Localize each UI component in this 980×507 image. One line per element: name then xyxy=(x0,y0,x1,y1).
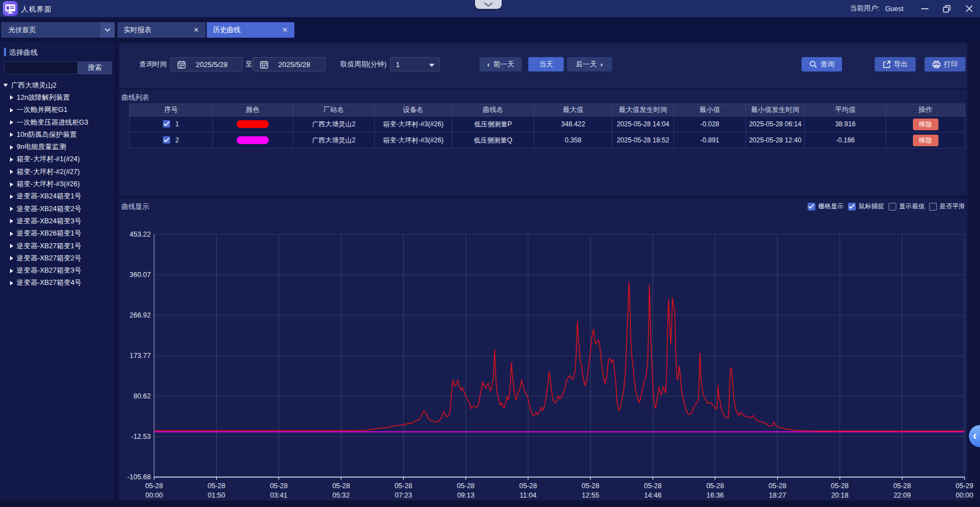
tab-dropdown-button[interactable] xyxy=(100,22,115,38)
tree-item[interactable]: 12n故障解列装置 xyxy=(0,91,116,104)
tree-item-label: 逆变器-XB24箱变2号 xyxy=(17,204,81,214)
tree-item[interactable]: 9n电能质量监测 xyxy=(0,141,116,153)
tab-label: 光伏首页 xyxy=(1,25,36,35)
x-tick-label-time: 09:13 xyxy=(457,491,474,499)
tree-collapsed-arrow-icon[interactable] xyxy=(10,244,13,248)
curve-color-swatch xyxy=(237,136,269,144)
tree-collapsed-arrow-icon[interactable] xyxy=(10,256,13,260)
query-button[interactable]: 查询 xyxy=(802,57,842,71)
print-button[interactable]: 打印 xyxy=(925,57,966,71)
curve-row: 2广西大塘灵山2箱变-大坪村-#3(#26)低压侧测量Q0.3582025-05… xyxy=(130,132,965,148)
tree-item-label: 逆变器-XB26箱变1号 xyxy=(17,229,81,238)
tab-close-icon[interactable]: ✕ xyxy=(280,22,290,38)
tree-item[interactable]: 一次舱并网柜G1 xyxy=(0,104,116,116)
tree-collapsed-arrow-icon[interactable] xyxy=(10,170,13,174)
date-from-input[interactable]: 2025/5/28 xyxy=(170,57,243,71)
current-user-value: Guest xyxy=(885,5,904,13)
row-checkbox[interactable] xyxy=(163,120,170,127)
search-button[interactable]: 搜索 xyxy=(78,62,112,74)
x-tick-label-date: 05-28 xyxy=(519,482,537,490)
tree-item[interactable]: 逆变器-XB24箱变1号 xyxy=(0,191,116,203)
column-header: 最小值发生时间 xyxy=(746,104,805,116)
tree-collapsed-arrow-icon[interactable] xyxy=(10,219,13,223)
tree-item[interactable]: 逆变器-XB24箱变3号 xyxy=(0,215,116,227)
cell-avg: -0.166 xyxy=(805,132,886,148)
remove-button[interactable]: 移除 xyxy=(913,119,938,130)
tree-collapsed-arrow-icon[interactable] xyxy=(10,182,13,187)
tree-collapsed-arrow-icon[interactable] xyxy=(10,120,13,125)
tree-collapsed-arrow-icon[interactable] xyxy=(10,232,13,236)
tree-item[interactable]: 逆变器-XB27箱变2号 xyxy=(0,252,116,264)
x-tick-label-date: 05-28 xyxy=(706,482,724,490)
tree-item[interactable]: 一次舱变压器进线柜G3 xyxy=(0,116,116,129)
tree-item[interactable]: 逆变器-XB26箱变1号 xyxy=(0,228,116,240)
cell-max-time: 2025-05-28 18:52 xyxy=(612,132,674,148)
x-tick-label-date: 05-28 xyxy=(769,482,787,490)
tree-collapsed-arrow-icon[interactable] xyxy=(10,281,13,285)
tree-item[interactable]: 广西大塘灵山2 xyxy=(0,79,116,91)
tree-item-label: 一次舱变压器进线柜G3 xyxy=(17,118,88,127)
tab-close-icon[interactable]: ✕ xyxy=(191,22,201,38)
tree-item-label: 箱变-大坪村-#3(#26) xyxy=(17,180,80,189)
tree-item-label: 9n电能质量监测 xyxy=(17,142,66,152)
section-accent-bar xyxy=(4,48,6,56)
tree-item-label: 逆变器-XB24箱变1号 xyxy=(17,192,81,201)
sidebar: 选择曲线 搜索 广西大塘灵山212n故障解列装置一次舱并网柜G1一次舱变压器进线… xyxy=(0,42,116,500)
x-tick-label-time: 01:50 xyxy=(208,491,225,499)
tree-collapsed-arrow-icon[interactable] xyxy=(10,207,13,211)
prev-day-button[interactable]: ‹前一天 xyxy=(479,57,522,71)
export-label: 导出 xyxy=(894,60,908,69)
chevron-left-icon: ‹ xyxy=(973,429,977,443)
tree-collapsed-arrow-icon[interactable] xyxy=(10,194,13,199)
tree-item[interactable]: 箱变-大坪村-#3(#26) xyxy=(0,178,116,190)
tree-item[interactable]: 逆变器-XB27箱变3号 xyxy=(0,264,116,276)
row-checkbox[interactable] xyxy=(163,136,170,144)
search-row: 搜索 xyxy=(4,62,112,74)
x-tick-label-date: 05-28 xyxy=(581,482,599,490)
search-input[interactable] xyxy=(4,62,78,74)
tree-item[interactable]: 箱变-大坪村-#1(#24) xyxy=(0,153,116,166)
tree-item[interactable]: 逆变器-XB27箱变4号 xyxy=(0,277,116,289)
tab-history-curve[interactable]: 历史曲线 ✕ xyxy=(207,22,294,38)
tree-expanded-arrow-icon[interactable] xyxy=(3,84,8,87)
tree-collapsed-arrow-icon[interactable] xyxy=(10,269,13,273)
x-tick-label-date: 05-28 xyxy=(831,482,849,490)
column-header: 序号 xyxy=(130,104,213,116)
y-tick-label: -105.68 xyxy=(127,473,151,481)
tree-collapsed-arrow-icon[interactable] xyxy=(10,157,13,162)
today-button[interactable]: 当天 xyxy=(528,57,564,71)
tab-pv-home[interactable]: 光伏首页 xyxy=(1,22,115,38)
tree-item[interactable]: 逆变器-XB24箱变2号 xyxy=(0,203,116,215)
tree-item[interactable]: 箱变-大坪村-#2(#27) xyxy=(0,166,116,178)
tree-item[interactable]: 逆变器-XB27箱变1号 xyxy=(0,240,116,252)
minimize-button[interactable] xyxy=(913,0,936,17)
tree-collapsed-arrow-icon[interactable] xyxy=(10,108,13,112)
y-tick-label: 173.77 xyxy=(130,352,151,360)
tree-collapsed-arrow-icon[interactable] xyxy=(10,95,13,100)
export-button[interactable]: 导出 xyxy=(875,57,916,71)
top-collapse-handle[interactable] xyxy=(475,0,502,9)
tree-item[interactable]: 10n防孤岛保护装置 xyxy=(0,129,116,141)
tree-item-label: 箱变-大坪村-#2(#27) xyxy=(17,167,80,177)
x-tick-label-time: 20:18 xyxy=(831,491,848,499)
history-curve-chart[interactable]: 05-2800:0005-2801:5005-2803:4105-2805:32… xyxy=(119,198,967,504)
tab-realtime-report[interactable]: 实时报表 ✕ xyxy=(118,22,206,38)
date-to-input[interactable]: 2025/5/28 xyxy=(253,57,325,71)
x-tick-label-date: 05-28 xyxy=(644,482,662,490)
column-header: 最大值 xyxy=(534,104,612,116)
y-tick-label: 360.07 xyxy=(130,271,151,279)
printer-icon xyxy=(932,60,941,68)
x-tick-label-time: 00:00 xyxy=(956,491,973,499)
restore-button[interactable] xyxy=(936,0,958,17)
period-select[interactable]: 1 xyxy=(390,57,440,71)
remove-button[interactable]: 移除 xyxy=(913,135,938,146)
x-tick-label-time: 11:04 xyxy=(520,491,537,499)
curve-table-header-row: 序号颜色厂站名设备名曲线名最大值最大值发生时间最小值最小值发生时间平均值操作 xyxy=(130,104,965,116)
app-title: 人机界面 xyxy=(21,4,52,14)
period-label: 取值周期(分钟) xyxy=(340,59,386,70)
prev-day-label: 前一天 xyxy=(493,60,514,69)
next-day-button[interactable]: 后一天› xyxy=(567,57,612,71)
tree-collapsed-arrow-icon[interactable] xyxy=(10,145,13,150)
close-button[interactable] xyxy=(958,0,980,17)
tree-collapsed-arrow-icon[interactable] xyxy=(10,132,13,137)
